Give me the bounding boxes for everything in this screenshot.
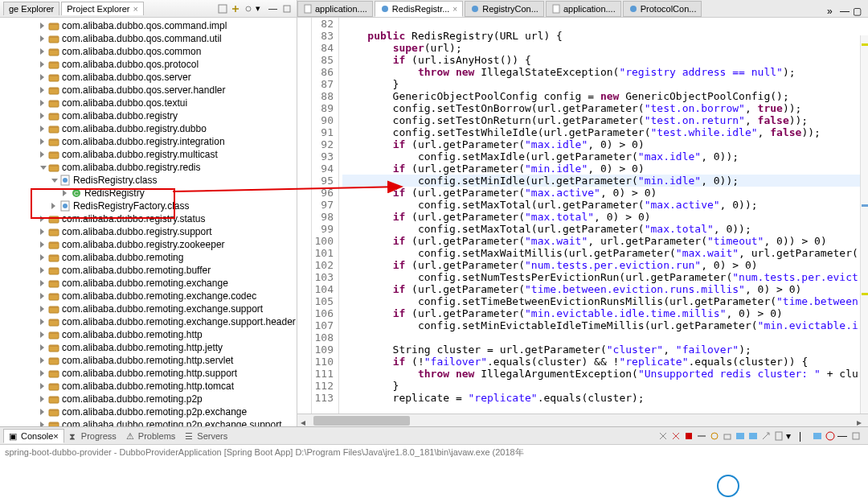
svg-rect-40 <box>49 255 59 257</box>
display-icon[interactable] <box>735 430 746 442</box>
package-icon <box>48 290 59 302</box>
filter-icon[interactable] <box>243 3 254 14</box>
close-icon[interactable]: × <box>53 431 58 441</box>
editor-tab[interactable]: RedisRegistr...× <box>375 1 463 17</box>
tree-label: com.alibaba.dubbo.registry.zookeeper <box>62 239 225 250</box>
code-area[interactable]: 8283848586878889909192939495969798991001… <box>297 18 868 414</box>
switch-icon[interactable] <box>812 430 823 442</box>
tree-item[interactable]: com.alibaba.dubbo.qos.command.impl <box>0 19 297 32</box>
scroll-right-icon[interactable]: ▸ <box>857 417 865 425</box>
tab-project-explorer[interactable]: Project Explorer× <box>61 2 144 15</box>
tree-item[interactable]: com.alibaba.dubbo.remoting.exchange.code… <box>0 290 297 302</box>
tree-item-redisregistry-class[interactable]: RedisRegistry.class <box>0 174 297 187</box>
tree-item[interactable]: com.alibaba.dubbo.remoting <box>0 251 297 264</box>
line-gutter: 8283848586878889909192939495969798991001… <box>312 18 339 414</box>
tree-item[interactable]: com.alibaba.dubbo.qos.common <box>0 45 297 58</box>
close-icon[interactable]: × <box>452 5 457 14</box>
servers-icon: ☰ <box>185 431 194 441</box>
pin-icon[interactable] <box>709 430 720 442</box>
svg-rect-36 <box>49 229 59 231</box>
tree-item[interactable]: com.alibaba.dubbo.remoting.buffer <box>0 264 297 277</box>
tree-item[interactable]: com.alibaba.dubbo.remoting.http.servlet <box>0 354 297 367</box>
tree-item[interactable]: com.alibaba.dubbo.remoting.p2p.exchange.… <box>0 418 297 426</box>
tree-item[interactable]: com.alibaba.dubbo.registry.support <box>0 225 297 238</box>
console-body[interactable]: spring-boot-dubbo-provider - DubboProvid… <box>0 445 868 502</box>
tree-item[interactable]: com.alibaba.dubbo.qos.server <box>0 71 297 84</box>
package-icon <box>48 59 59 70</box>
tree-item[interactable]: com.alibaba.dubbo.remoting.p2p.exchange <box>0 405 297 418</box>
editor-tab[interactable]: application.... <box>546 1 621 17</box>
tree-item[interactable]: com.alibaba.dubbo.registry.multicast <box>0 148 297 161</box>
tree-label: com.alibaba.dubbo.qos.common <box>62 46 201 57</box>
open-icon[interactable] <box>760 430 772 442</box>
maximize-icon[interactable] <box>281 3 293 14</box>
menu-icon[interactable]: ▾ <box>256 3 267 14</box>
collapse-icon[interactable] <box>217 3 228 14</box>
tree-item[interactable]: com.alibaba.dubbo.registry.zookeeper <box>0 238 297 251</box>
tree-item[interactable]: com.alibaba.dubbo.remoting.exchange.supp… <box>0 315 297 328</box>
tree-item[interactable]: com.alibaba.dubbo.remoting.p2p <box>0 393 297 405</box>
link-icon[interactable] <box>230 3 241 14</box>
tree-item[interactable]: com.alibaba.dubbo.registry.dubbo <box>0 122 297 135</box>
dropdown-icon[interactable]: ▾ <box>786 430 797 442</box>
svg-rect-64 <box>49 409 59 411</box>
remove-icon[interactable] <box>670 430 682 442</box>
tab-problems[interactable]: ⚠Problems <box>121 430 180 442</box>
tree-label: com.alibaba.dubbo.registry.multicast <box>62 149 218 160</box>
tree-item[interactable]: com.alibaba.dubbo.remoting.exchange <box>0 277 297 290</box>
tree-item[interactable]: com.alibaba.dubbo.qos.server.handler <box>0 84 297 97</box>
scroll-left-icon[interactable]: ◂ <box>301 417 309 425</box>
scroll-thumb[interactable] <box>313 416 410 426</box>
new-icon[interactable] <box>773 430 784 442</box>
minimize-icon[interactable]: — <box>268 3 280 14</box>
editor-tab[interactable]: RegistryCon... <box>465 1 544 17</box>
editor-tab[interactable]: application.... <box>297 1 373 17</box>
package-tree[interactable]: com.alibaba.dubbo.qos.command.implcom.al… <box>0 18 297 426</box>
show-list-icon[interactable]: » <box>827 6 838 17</box>
code-line: config.setTimeBetweenEvictionRunsMillis(… <box>342 295 868 307</box>
code-line: if (url.getParameter("max.wait", url.get… <box>342 235 868 247</box>
class-icon <box>59 175 71 186</box>
tree-label: com.alibaba.dubbo.remoting.http.servlet <box>62 355 233 366</box>
line-number: 88 <box>312 90 334 102</box>
tree-item[interactable]: com.alibaba.dubbo.remoting.http <box>0 328 297 341</box>
line-number: 107 <box>312 319 334 331</box>
remove-all-icon[interactable] <box>696 430 707 442</box>
tree-item[interactable]: com.alibaba.dubbo.remoting.http.tomcat <box>0 380 297 393</box>
tree-item[interactable]: com.alibaba.dubbo.qos.protocol <box>0 58 297 71</box>
tab-progress[interactable]: ⧗Progress <box>64 430 121 442</box>
tree-item-redisregistryfactory[interactable]: RedisRegistryFactory.class <box>0 200 297 212</box>
svg-rect-10 <box>49 62 59 64</box>
tree-item[interactable]: com.alibaba.dubbo.registry.status <box>0 212 297 225</box>
clear-icon[interactable] <box>657 430 669 442</box>
terminate-icon[interactable] <box>683 430 694 442</box>
tree-item[interactable]: com.alibaba.dubbo.registry <box>0 109 297 122</box>
max-icon[interactable] <box>850 430 862 442</box>
min-icon[interactable]: — <box>840 6 851 17</box>
tree-item-redis[interactable]: com.alibaba.dubbo.registry.redis <box>0 161 297 174</box>
code-line: if (url.getParameter("min.idle", 0) > 0) <box>342 163 868 175</box>
min-icon[interactable]: — <box>837 430 849 442</box>
horizontal-scrollbar[interactable]: ◂ ▸ <box>297 414 868 426</box>
code-line: throw new IllegalStateException("registr… <box>342 66 868 78</box>
tree-item-redisregistry[interactable]: CRedisRegistry <box>0 187 297 200</box>
close-icon[interactable]: × <box>133 4 138 14</box>
editor-tab[interactable]: ProtocolCon... <box>623 1 702 17</box>
tree-item[interactable]: com.alibaba.dubbo.remoting.http.jetty <box>0 341 297 354</box>
tree-item[interactable]: com.alibaba.dubbo.qos.textui <box>0 97 297 109</box>
file-icon <box>470 4 480 14</box>
switch2-icon[interactable] <box>825 430 836 442</box>
scroll-lock-icon[interactable] <box>722 430 733 442</box>
tab-label: RegistryCon... <box>482 4 538 14</box>
display2-icon[interactable] <box>747 430 759 442</box>
tree-item[interactable]: com.alibaba.dubbo.remoting.exchange.supp… <box>0 302 297 315</box>
code-lines[interactable]: public RedisRegistry(URL url) { super(ur… <box>339 18 868 414</box>
tree-item[interactable]: com.alibaba.dubbo.remoting.http.support <box>0 367 297 380</box>
tab-console[interactable]: ▣Console× <box>3 429 64 443</box>
tree-item[interactable]: com.alibaba.dubbo.registry.integration <box>0 135 297 148</box>
tree-item[interactable]: com.alibaba.dubbo.qos.command.util <box>0 32 297 45</box>
tab-package-explorer[interactable]: ge Explorer <box>3 2 59 15</box>
line-number: 84 <box>312 42 334 54</box>
max-icon[interactable]: ▢ <box>853 6 864 17</box>
tab-servers[interactable]: ☰Servers <box>180 430 232 442</box>
